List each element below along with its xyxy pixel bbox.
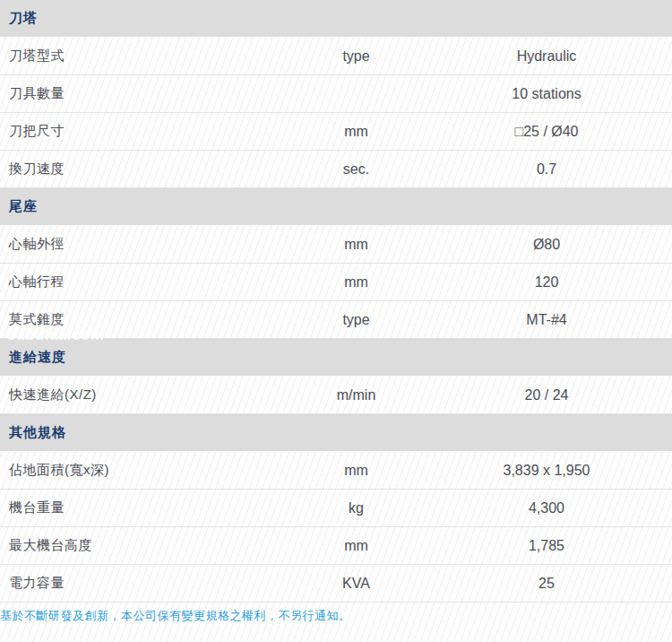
spec-row: 莫式錐度 type MT-#4	[0, 301, 672, 339]
section-title: 尾座	[9, 198, 38, 215]
spec-row-value: 4,300	[444, 500, 650, 516]
spec-row-value: MT-#4	[444, 312, 650, 328]
spec-row-value: 0.7	[444, 161, 650, 178]
spec-row-unit: sec.	[269, 161, 444, 178]
spec-row: 刀具數量 10 stations	[0, 75, 672, 113]
spec-row-value: 25	[444, 576, 650, 592]
spec-row-value: 3,839 x 1,950	[444, 463, 650, 479]
section-title: 刀塔	[9, 10, 38, 27]
spec-row-label: 換刀速度	[0, 160, 269, 178]
spec-row-unit: mm	[269, 463, 444, 479]
spec-row-value: Hydraulic	[444, 48, 650, 65]
spec-row-unit: mm	[269, 237, 444, 253]
spec-row-value: Ø80	[444, 237, 650, 253]
spec-row-unit: mm	[269, 124, 444, 140]
spec-row-unit: kg	[269, 500, 444, 516]
spec-table: 刀塔 刀塔型式 type Hydraulic 刀具數量 10 stations …	[0, 0, 672, 603]
spec-row-unit: m/min	[269, 387, 444, 403]
spec-row-unit: type	[269, 48, 444, 65]
spec-row: 刀塔型式 type Hydraulic	[0, 38, 672, 75]
spec-row-label: 快速進給(X/Z)	[0, 386, 269, 403]
spec-row-unit: mm	[269, 274, 444, 291]
spec-row-value: □25 / Ø40	[444, 124, 650, 140]
spec-row-label: 心軸行程	[0, 273, 269, 291]
spec-row: 心軸行程 mm 120	[0, 264, 672, 301]
section-title: 進給速度	[9, 349, 66, 366]
spec-row: 電力容量 KVA 25	[0, 565, 672, 603]
spec-row-label: 莫式錐度	[0, 311, 269, 328]
spec-row: 換刀速度 sec. 0.7	[0, 151, 672, 188]
spec-row: 刀把尺寸 mm □25 / Ø40	[0, 113, 672, 151]
spec-row-value: 120	[444, 274, 650, 291]
spec-row-label: 最大機台高度	[0, 537, 269, 554]
section-header: 尾座	[0, 188, 672, 226]
spec-row-label: 刀具數量	[0, 85, 269, 102]
spec-row-value: 10 stations	[444, 86, 650, 102]
footer-disclaimer: 基於不斷研發及創新，本公司保有變更規格之權利，不另行通知。	[0, 603, 672, 624]
spec-row: 機台重量 kg 4,300	[0, 490, 672, 527]
section-header: 進給速度	[0, 339, 672, 377]
spec-row-value: 1,785	[444, 538, 650, 554]
section-title: 其他規格	[9, 424, 66, 441]
section-header: 刀塔	[0, 0, 672, 38]
spec-row: 快速進給(X/Z) m/min 20 / 24	[0, 377, 672, 414]
spec-row-label: 心軸外徑	[0, 236, 269, 253]
spec-page: 刀塔 刀塔型式 type Hydraulic 刀具數量 10 stations …	[0, 0, 672, 642]
spec-row-label: 刀把尺寸	[0, 123, 269, 140]
spec-row-label: 刀塔型式	[0, 48, 269, 65]
spec-row-label: 佔地面積(寬x深)	[0, 462, 269, 479]
spec-row-label: 機台重量	[0, 499, 269, 516]
spec-row-unit: mm	[269, 538, 444, 554]
spec-row-label: 電力容量	[0, 575, 269, 592]
spec-row: 心軸外徑 mm Ø80	[0, 226, 672, 264]
spec-row-value: 20 / 24	[444, 387, 650, 403]
spec-row: 佔地面積(寬x深) mm 3,839 x 1,950	[0, 452, 672, 490]
spec-row: 最大機台高度 mm 1,785	[0, 527, 672, 565]
spec-row-unit: KVA	[269, 576, 444, 592]
section-header: 其他規格	[0, 414, 672, 452]
spec-row-unit: type	[269, 312, 444, 328]
